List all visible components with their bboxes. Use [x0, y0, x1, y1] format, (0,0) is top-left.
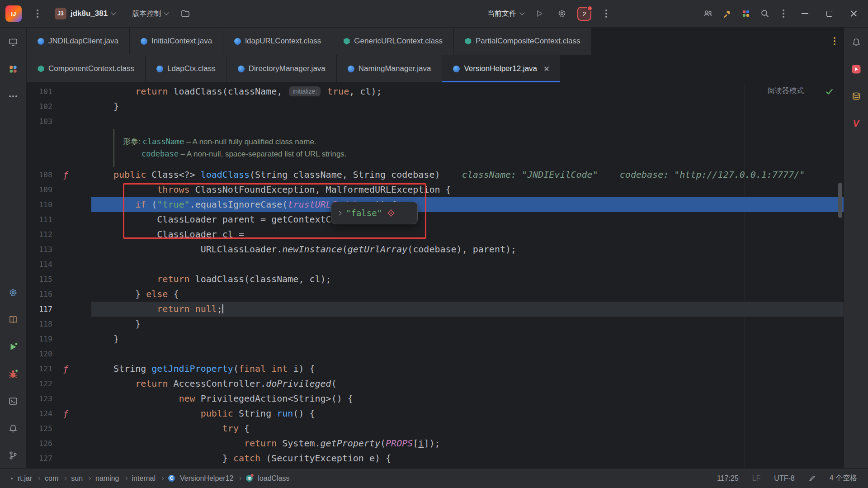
code-editor[interactable]: 101 return loadClass(className, initiali… — [27, 83, 844, 468]
gutter[interactable]: 116 — [27, 287, 91, 302]
code-line-109[interactable]: 109 throws ClassNotFoundException, Malfo… — [27, 182, 844, 197]
breadcrumb-item-VersionHelper12[interactable]: VersionHelper12 — [180, 474, 233, 483]
code-line-content[interactable]: throws ClassNotFoundException, Malformed… — [91, 182, 844, 197]
editor-scrollbar[interactable] — [838, 183, 842, 218]
code-line-content[interactable]: return null; — [91, 302, 844, 317]
method-marker-icon[interactable]: ƒ — [63, 361, 68, 376]
build-button[interactable] — [720, 6, 734, 21]
line-number[interactable]: 108 — [27, 167, 52, 182]
code-line-content[interactable]: return loadClass(className, cl); — [91, 272, 844, 287]
gutter[interactable]: 122 — [27, 376, 91, 391]
gutter[interactable]: 120 — [27, 346, 91, 361]
code-line-content[interactable]: URLClassLoader.newInstance(getUrlArray(c… — [91, 242, 844, 257]
gutter[interactable]: 111 — [27, 212, 91, 227]
project-widget[interactable]: J3 jdk8u_381 — [51, 5, 119, 22]
run-toolwindow-button[interactable] — [8, 341, 19, 352]
code-line-content[interactable]: public String run() { — [91, 406, 844, 421]
tab-GenericURLContext.class[interactable]: GenericURLContext.class — [332, 28, 454, 55]
code-line-108[interactable]: 108ƒpublic Class<?> loadClass(String cla… — [27, 167, 844, 182]
code-line-118[interactable]: 118 } — [27, 317, 844, 332]
gutter[interactable]: 124ƒ — [27, 406, 91, 421]
line-number[interactable]: 123 — [27, 391, 52, 406]
tab-VersionHelper12.java[interactable]: VersionHelper12.java — [442, 55, 561, 82]
tab-NamingManager.java[interactable]: NamingManager.java — [337, 55, 443, 82]
line-number[interactable]: 111 — [27, 212, 52, 227]
project-folder-button[interactable] — [178, 6, 193, 21]
titlebar-more-kebab[interactable] — [777, 7, 790, 20]
code-line-126[interactable]: 126 return System.getProperty(PROPS[i]); — [27, 436, 844, 451]
code-line-124[interactable]: 124ƒ public String run() { — [27, 406, 844, 421]
code-line-111[interactable]: 111 ClassLoader parent = getContextClass… — [27, 212, 844, 227]
line-separator-widget[interactable]: LF — [752, 474, 761, 483]
code-line-content[interactable]: return System.getProperty(PROPS[i]); — [91, 436, 844, 451]
line-number[interactable]: 120 — [27, 346, 52, 361]
debugger-value-tooltip[interactable]: "false" — [331, 202, 418, 224]
code-line-117[interactable]: 117 return null; — [27, 302, 844, 317]
watch-crosshair-icon[interactable] — [387, 209, 395, 217]
code-line-content[interactable]: String getJndiProperty(final int i) { — [91, 361, 844, 376]
code-line-121[interactable]: 121ƒString getJndiProperty(final int i) … — [27, 361, 844, 376]
code-line-content[interactable]: } else { — [91, 287, 844, 302]
code-line-101[interactable]: 101 return loadClass(className, initiali… — [27, 84, 844, 99]
debug-settings-button[interactable] — [555, 6, 569, 21]
gutter[interactable]: 101 — [27, 84, 91, 99]
line-number[interactable]: 126 — [27, 436, 52, 451]
reader-mode-toggle[interactable]: 阅读器模式 — [768, 86, 804, 96]
code-line-103[interactable]: 103 — [27, 114, 844, 129]
search-everywhere-button[interactable] — [758, 6, 772, 21]
gutter[interactable]: 113 — [27, 242, 91, 257]
gutter[interactable]: 118 — [27, 317, 91, 332]
code-line-113[interactable]: 113 URLClassLoader.newInstance(getUrlArr… — [27, 242, 844, 257]
inspections-widget[interactable] — [825, 87, 834, 98]
code-line-content[interactable]: } — [91, 317, 844, 332]
pencil-icon[interactable] — [808, 474, 816, 482]
breadcrumb-item-com[interactable]: com — [45, 474, 58, 483]
line-number[interactable]: 113 — [27, 242, 52, 257]
code-line-112[interactable]: 112 ClassLoader cl = — [27, 227, 844, 242]
debug-sessions-badge[interactable]: 2 — [577, 7, 591, 21]
debugger-inline-value[interactable]: className: "JNDIEvilCode" — [462, 169, 598, 180]
tab-ldapURLContext.class[interactable]: ldapURLContext.class — [223, 28, 332, 55]
debugger-inline-value[interactable]: codebase: "http://127.0.0.1:7777/" — [620, 169, 805, 180]
tab-PartialCompositeContext.class[interactable]: PartialCompositeContext.class — [454, 28, 591, 55]
line-number[interactable]: 125 — [27, 421, 52, 436]
maximize-button[interactable] — [819, 0, 839, 28]
code-line-116[interactable]: 116 } else { — [27, 287, 844, 302]
git-button[interactable] — [8, 450, 19, 461]
gutter[interactable]: 125 — [27, 421, 91, 436]
breadcrumb-item-internal[interactable]: internal — [132, 474, 156, 483]
code-line-content[interactable]: return AccessController.doPrivileged( — [91, 376, 844, 391]
code-line-119[interactable]: 119} — [27, 332, 844, 346]
line-number[interactable]: 118 — [27, 317, 52, 332]
database-tool-button[interactable] — [851, 91, 862, 102]
breadcrumb-item-rt.jar[interactable]: rt.jar — [18, 474, 32, 483]
line-number[interactable]: 115 — [27, 272, 52, 287]
debug-toolwindow-button[interactable] — [8, 369, 19, 379]
run-button[interactable] — [532, 6, 547, 21]
code-line-114[interactable]: 114 — [27, 257, 844, 272]
gutter[interactable]: 126 — [27, 436, 91, 451]
line-number[interactable]: 119 — [27, 332, 52, 346]
v-plugin-button[interactable]: V — [851, 118, 862, 129]
code-line-content[interactable] — [91, 257, 844, 272]
line-number[interactable]: 112 — [27, 227, 52, 242]
tabs-more-button[interactable] — [834, 28, 835, 55]
gutter[interactable]: 109 — [27, 182, 91, 197]
line-number[interactable]: 121 — [27, 361, 52, 376]
line-number[interactable]: 102 — [27, 99, 52, 114]
code-line-125[interactable]: 125 try { — [27, 421, 844, 436]
main-menu-kebab-icon[interactable] — [31, 7, 44, 20]
gutter[interactable]: 114 — [27, 257, 91, 272]
code-line-content[interactable]: new PrivilegedAction<String>() { — [91, 391, 844, 406]
indent-widget[interactable]: 4 个空格 — [830, 474, 857, 483]
line-number[interactable]: 114 — [27, 257, 52, 272]
code-line-content[interactable] — [91, 114, 844, 129]
caret-position-widget[interactable]: 117:25 — [717, 474, 739, 483]
line-number[interactable]: 101 — [27, 84, 52, 99]
gutter[interactable]: 127 — [27, 451, 91, 466]
method-marker-icon[interactable]: ƒ — [63, 167, 68, 182]
code-line-content[interactable]: } — [91, 99, 844, 114]
gutter[interactable]: 108ƒ — [27, 167, 91, 182]
toolbar-more-kebab[interactable] — [599, 7, 613, 20]
tab-ComponentContext.class[interactable]: ComponentContext.class — [27, 55, 146, 82]
